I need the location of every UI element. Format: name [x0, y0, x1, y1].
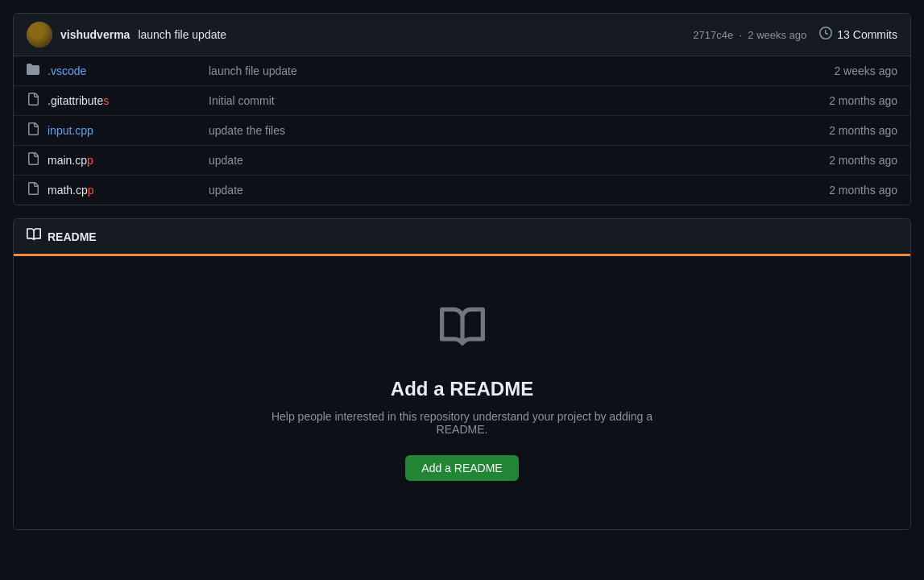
file-name[interactable]: math.cpp [48, 184, 209, 197]
file-time: 2 months ago [793, 184, 897, 197]
table-row: main.cpp update 2 months ago [14, 146, 910, 176]
file-name[interactable]: main.cpp [48, 154, 209, 167]
file-name[interactable]: .gitattributes [48, 94, 209, 107]
repo-header: vishudverma launch file update 2717c4e ·… [14, 14, 910, 56]
readme-content: Add a README Help people interested in t… [14, 256, 910, 529]
table-row: input.cpp update the files 2 months ago [14, 116, 910, 146]
table-row: .vscode launch file update 2 weeks ago [14, 56, 910, 86]
header-commit-message: launch file update [138, 28, 226, 41]
commit-message: Initial commit [209, 94, 793, 107]
clock-icon [819, 27, 832, 43]
book-icon [27, 227, 41, 246]
file-time: 2 months ago [793, 124, 897, 137]
commits-count[interactable]: 13 Commits [837, 28, 897, 41]
header-right: 2717c4e · 2 weeks ago 13 Commits [693, 27, 897, 43]
file-icon [27, 122, 39, 139]
file-list: .vscode launch file update 2 weeks ago .… [14, 56, 910, 205]
readme-description: Help people interested in this repositor… [261, 410, 664, 436]
file-name[interactable]: .vscode [48, 64, 209, 77]
folder-icon [27, 63, 39, 79]
file-time: 2 weeks ago [793, 64, 897, 77]
commit-hash: 2717c4e · 2 weeks ago [693, 29, 806, 41]
commit-message: update the files [209, 124, 793, 137]
commits-link[interactable]: 13 Commits [819, 27, 897, 43]
readme-section: README Add a README Help people interest… [13, 218, 911, 530]
repo-table: vishudverma launch file update 2717c4e ·… [13, 13, 911, 205]
commit-message: update [209, 184, 793, 197]
commit-message: launch file update [209, 64, 793, 77]
avatar [27, 22, 52, 48]
readme-big-book-icon [440, 304, 485, 358]
commit-message: update [209, 154, 793, 167]
file-time: 2 months ago [793, 154, 897, 167]
header-left: vishudverma launch file update [27, 22, 226, 48]
file-icon [27, 93, 39, 109]
username[interactable]: vishudverma [60, 28, 130, 41]
readme-header: README [14, 219, 910, 256]
file-icon [27, 152, 39, 168]
file-name[interactable]: input.cpp [48, 124, 209, 137]
table-row: .gitattributes Initial commit 2 months a… [14, 86, 910, 116]
readme-title: README [48, 230, 97, 243]
file-icon [27, 182, 39, 198]
add-readme-button[interactable]: Add a README [405, 455, 518, 481]
readme-heading: Add a README [391, 378, 533, 400]
table-row: math.cpp update 2 months ago [14, 176, 910, 205]
file-time: 2 months ago [793, 94, 897, 107]
